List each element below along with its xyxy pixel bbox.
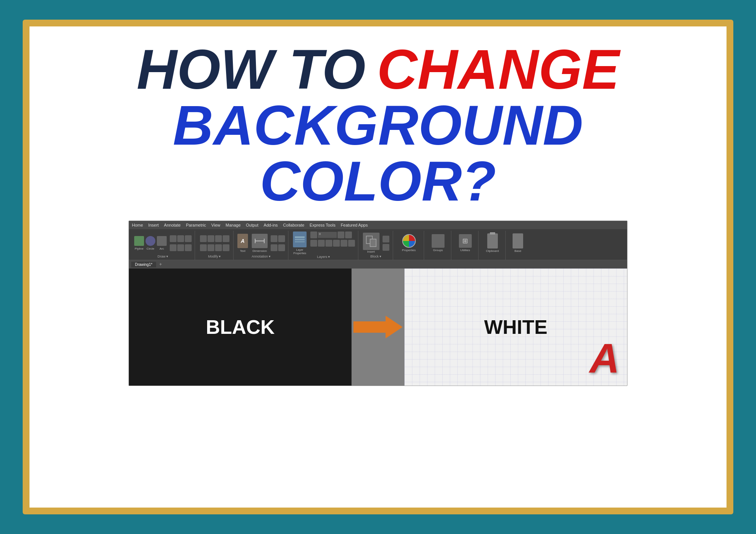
- draw-icon-4[interactable]: [170, 244, 177, 251]
- ribbon-group-layers: LayerProperties 0: [289, 231, 358, 260]
- modify-icon-8[interactable]: [223, 244, 229, 251]
- draw-icon-6[interactable]: [185, 244, 192, 251]
- layers-label: Layers ▾: [317, 255, 330, 259]
- menu-collaborate[interactable]: Collaborate: [283, 223, 304, 227]
- layer-icon-8[interactable]: [341, 240, 347, 247]
- ribbon-group-draw: Plyline Circle Arc: [131, 231, 195, 260]
- menu-home[interactable]: Home: [132, 223, 143, 227]
- ribbon-group-groups: Groups g: [425, 231, 451, 260]
- clipboard-icons: Clipboard: [486, 232, 499, 255]
- arc-label: Arc: [160, 247, 164, 250]
- block-icon-2[interactable]: [383, 244, 389, 251]
- layer-icon-3[interactable]: [345, 232, 352, 238]
- inner-card: HOW TO CHANGE BACKGROUND COLOR? Home Ins…: [29, 26, 727, 508]
- menu-parametric[interactable]: Parametric: [186, 223, 206, 227]
- ann-icon-3[interactable]: [271, 244, 277, 251]
- text-icon[interactable]: A: [237, 234, 248, 248]
- svg-marker-5: [353, 316, 403, 338]
- annotation-label: Annotation ▾: [252, 255, 271, 259]
- ribbon-group-properties: Properties p: [394, 231, 424, 260]
- annotation-icons: A Text Dimension: [237, 232, 285, 255]
- properties-icons: Properties: [402, 232, 415, 255]
- dimension-icon[interactable]: [252, 234, 268, 248]
- menu-insert[interactable]: Insert: [148, 223, 159, 227]
- layers-icons: LayerProperties 0: [292, 232, 355, 255]
- autocad-logo: A: [590, 334, 620, 382]
- ann-icon-4[interactable]: [278, 244, 285, 251]
- properties-label: Properties: [402, 248, 415, 252]
- menu-manage[interactable]: Manage: [226, 223, 241, 227]
- menu-express[interactable]: Express Tools: [310, 223, 335, 227]
- layer-properties-label: LayerProperties: [292, 248, 307, 255]
- ribbon-group-modify: Modify ▾: [196, 231, 234, 260]
- draw-icon-1[interactable]: [170, 235, 177, 242]
- layer-properties-button[interactable]: LayerProperties: [292, 232, 307, 255]
- text-label: Text: [240, 249, 246, 253]
- white-label: WHITE: [484, 316, 548, 338]
- modify-icon-7[interactable]: [215, 244, 222, 251]
- outer-border: HOW TO CHANGE BACKGROUND COLOR? Home Ins…: [23, 20, 733, 514]
- base-label: Base: [514, 249, 521, 253]
- ann-icon-2[interactable]: [278, 235, 285, 242]
- draw-icon-3[interactable]: [185, 235, 192, 242]
- base-icon[interactable]: [513, 233, 523, 248]
- layer-icon-2[interactable]: [338, 232, 344, 238]
- insert-icon[interactable]: [363, 233, 380, 250]
- title-line3: COLOR?: [260, 153, 496, 209]
- dimension-label: Dimension: [253, 249, 267, 253]
- modify-icon-1[interactable]: [200, 235, 207, 242]
- layer-icon-9[interactable]: [348, 240, 355, 247]
- modify-icon-5[interactable]: [200, 244, 207, 251]
- layer-icon-4[interactable]: [310, 240, 317, 247]
- draw-icon-5[interactable]: [177, 244, 184, 251]
- polyline-icon[interactable]: [134, 236, 144, 246]
- menu-addins[interactable]: Add-ins: [264, 223, 278, 227]
- arc-icon[interactable]: [157, 236, 167, 246]
- black-label: BLACK: [206, 316, 275, 338]
- block-label: Block ▾: [370, 255, 382, 259]
- menu-featured[interactable]: Featured Apps: [341, 223, 368, 227]
- circle-icon[interactable]: [146, 236, 155, 246]
- title-line1: HOW TO CHANGE: [136, 42, 619, 97]
- ribbon-group-utilities: ⊞ Utilities u: [452, 231, 479, 260]
- layer-dropdown[interactable]: 0: [318, 232, 337, 238]
- direction-arrow: [353, 312, 403, 342]
- layer-icon-7[interactable]: [333, 240, 340, 247]
- drawing-area: BLACK WHITE A: [129, 269, 627, 386]
- modify-icon-4[interactable]: [223, 235, 229, 242]
- draw-icon-2[interactable]: [177, 235, 184, 242]
- layer-icon-6[interactable]: [325, 240, 332, 247]
- layer-icon-5[interactable]: [318, 240, 325, 247]
- title-line2: BACKGROUND: [173, 97, 583, 153]
- tab-drawing1-label: Drawing1*: [135, 262, 152, 267]
- autocad-screenshot: Home Insert Annotate Parametric View Man…: [129, 221, 627, 386]
- ribbon: Plyline Circle Arc: [129, 229, 627, 260]
- properties-color-wheel[interactable]: [402, 234, 416, 248]
- modify-icon-3[interactable]: [215, 235, 222, 242]
- background-text: BACKGROUND: [173, 94, 583, 156]
- block-icon-1[interactable]: [383, 236, 389, 242]
- modify-label: Modify ▾: [208, 255, 221, 259]
- ribbon-group-annotation: A Text Dimension: [234, 231, 288, 260]
- menu-annotate[interactable]: Annotate: [164, 223, 181, 227]
- tab-add-button[interactable]: +: [157, 262, 164, 267]
- menu-output[interactable]: Output: [246, 223, 259, 227]
- arrow-container: [352, 269, 404, 386]
- ribbon-group-clipboard: Clipboard c: [479, 231, 506, 260]
- utilities-icon[interactable]: ⊞: [459, 234, 472, 248]
- ribbon-group-base: Base b: [507, 231, 529, 260]
- tab-drawing1[interactable]: Drawing1*: [131, 262, 156, 267]
- clipboard-icon[interactable]: [487, 233, 498, 248]
- base-icons: Base: [513, 232, 523, 255]
- menu-view[interactable]: View: [211, 223, 220, 227]
- modify-icon-2[interactable]: [208, 235, 214, 242]
- tab-bar: Drawing1* +: [129, 260, 627, 269]
- color-text: COLOR?: [260, 150, 496, 212]
- modify-icon-6[interactable]: [208, 244, 214, 251]
- white-canvas: WHITE A: [404, 269, 627, 386]
- ann-icon-1[interactable]: [271, 235, 277, 242]
- utilities-icons: ⊞ Utilities: [459, 232, 472, 255]
- layer-icon-1[interactable]: [310, 232, 317, 238]
- groups-icons: Groups: [432, 232, 445, 255]
- groups-icon[interactable]: [432, 234, 445, 248]
